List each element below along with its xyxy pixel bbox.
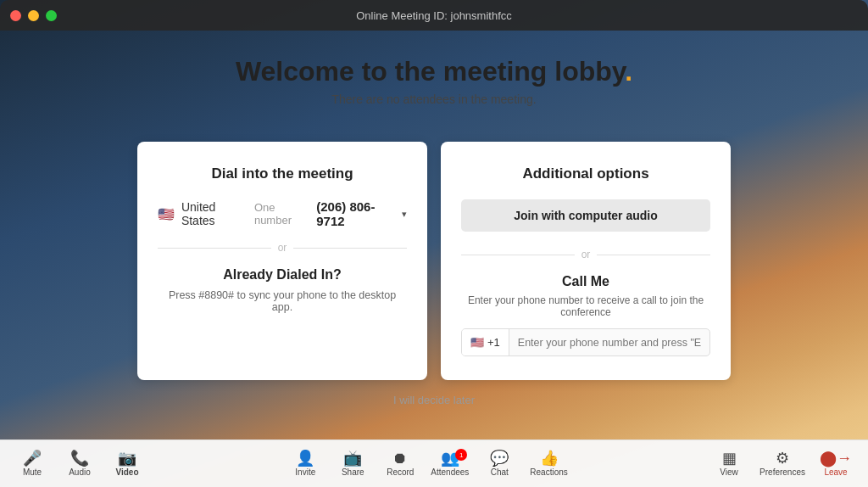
attendees-button[interactable]: 1 👥 Attendees [426,447,474,480]
titlebar: Online Meeting ID: johnsmithfcc [0,0,868,31]
call-me-title: Call Me [461,274,710,289]
already-dialed-sub: Press #8890# to sync your phone to the d… [158,289,407,313]
audio-button[interactable]: 📞 Audio [58,447,102,480]
options-or-divider: or [461,249,710,260]
dial-or-divider: or [158,242,407,254]
country-flag: 🇺🇸 [158,204,175,223]
options-card-title: Additional options [461,165,710,182]
audio-label: Audio [69,467,91,477]
minimize-button[interactable] [28,10,39,21]
toolbar-left: 🎤 Mute 📞 Audio 📷 Video [10,447,149,480]
cards-container: Dial into the meeting 🇺🇸 United States O… [137,142,731,380]
page-title: Welcome to the meeting lobby. [236,56,632,87]
view-label: View [720,467,738,477]
reactions-button[interactable]: 👍 Reactions [525,447,572,480]
record-label: Record [387,467,414,477]
toolbar: 🎤 Mute 📞 Audio 📷 Video 👤 Invite 📺 Share [0,439,868,487]
leave-icon: ⬤→ [820,451,852,466]
toolbar-right: ▦ View ⚙ Preferences ⬤→ Leave [707,447,858,480]
preferences-icon: ⚙ [776,451,789,466]
page-subtitle: There are no attendees in the meeting. [236,92,632,106]
options-card: Additional options Join with computer au… [441,142,731,380]
video-icon: 📷 [118,451,136,466]
dial-row: 🇺🇸 United States One number (206) 806-97… [158,199,407,228]
chat-label: Chat [491,467,509,477]
invite-icon: 👤 [296,451,314,466]
one-number-label: One number [254,201,309,227]
mute-label: Mute [23,467,42,477]
leave-label: Leave [824,467,847,477]
window-controls [10,10,57,21]
phone-flag: 🇺🇸 [470,336,484,349]
join-computer-audio-button[interactable]: Join with computer audio [461,199,710,232]
window: Online Meeting ID: johnsmithfcc Welcome … [0,0,868,487]
record-icon: ⏺ [392,451,408,466]
reactions-icon: 👍 [540,451,559,466]
phone-prefix: 🇺🇸 +1 [462,329,509,355]
chat-button[interactable]: 💬 Chat [477,447,521,480]
share-icon: 📺 [343,451,362,466]
close-button[interactable] [10,10,21,21]
chat-icon: 💬 [490,451,509,466]
mute-icon: 🎤 [23,451,42,466]
maximize-button[interactable] [46,10,57,21]
country-name: United States [181,200,246,227]
share-label: Share [342,467,364,477]
attendees-badge: 1 [455,449,467,461]
content-area: Welcome to the meeting lobby. There are … [0,31,868,439]
phone-dropdown[interactable]: ▾ [402,209,407,220]
record-button[interactable]: ⏺ Record [378,447,422,480]
phone-input-row: 🇺🇸 +1 [461,328,710,356]
invite-button[interactable]: 👤 Invite [283,447,327,480]
already-dialed-title: Already Dialed In? [158,267,407,283]
call-me-sub: Enter your phone number to receive a cal… [461,294,710,318]
dial-card: Dial into the meeting 🇺🇸 United States O… [137,142,427,380]
preferences-button[interactable]: ⚙ Preferences [754,447,810,480]
phone-plus-one: +1 [487,336,500,349]
view-button[interactable]: ▦ View [707,447,751,480]
audio-icon: 📞 [70,451,89,466]
mute-button[interactable]: 🎤 Mute [10,447,54,480]
preferences-label: Preferences [760,467,805,477]
reactions-label: Reactions [530,467,567,477]
decide-later[interactable]: I will decide later [393,394,475,406]
phone-number-input[interactable] [509,330,709,355]
share-button[interactable]: 📺 Share [331,447,375,480]
video-button[interactable]: 📷 Video [105,447,149,480]
attendees-label: Attendees [431,467,469,477]
dial-card-title: Dial into the meeting [158,165,407,182]
window-title: Online Meeting ID: johnsmithfcc [356,9,512,22]
phone-number: (206) 806-9712 [316,199,395,228]
video-label: Video [115,467,138,477]
view-icon: ▦ [722,451,737,466]
invite-label: Invite [295,467,315,477]
leave-button[interactable]: ⬤→ Leave [814,447,858,480]
toolbar-center: 👤 Invite 📺 Share ⏺ Record 1 👥 Attendees … [149,447,707,480]
